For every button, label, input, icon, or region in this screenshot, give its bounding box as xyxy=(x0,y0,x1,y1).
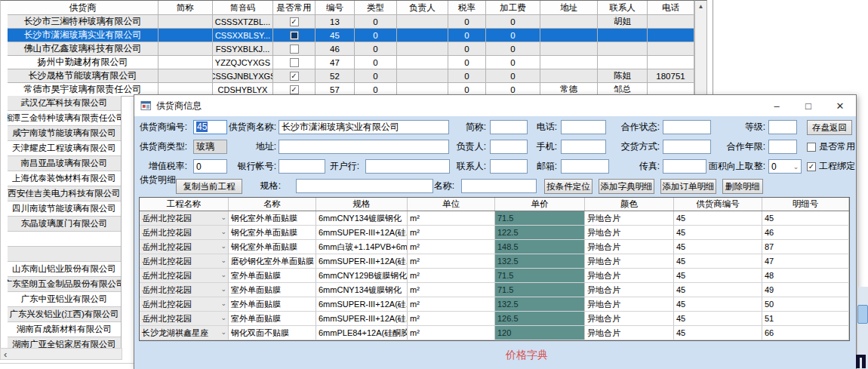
supplier-column-header[interactable]: 供货商 xyxy=(8,1,159,15)
grid-column-header[interactable]: 单位 xyxy=(408,198,495,211)
unit-price-cell[interactable]: 132.5 xyxy=(495,297,585,312)
project-name-combobox[interactable]: 岳州北控花园⌄ xyxy=(140,226,229,240)
supplier-row[interactable]: 长沙市潇湘玻璃实业有限公司CSSXXBLSY...45000 xyxy=(8,29,694,42)
project-name-combobox[interactable]: 岳州北控花园⌄ xyxy=(140,297,229,312)
save-return-button[interactable]: 存盘返回 xyxy=(807,120,852,135)
unit-price-cell[interactable]: 71.5 xyxy=(495,211,585,226)
supplier-list-item[interactable] xyxy=(8,247,121,262)
detail-grid-row[interactable]: 岳州北控花园⌄室外单面贴膜6mmSUPER-III+12A(硅...m²126.… xyxy=(140,312,849,326)
supplier-row[interactable]: 扬州中勤建材有限公司YZZQJCYXGS47000 xyxy=(8,56,694,69)
branch-field[interactable] xyxy=(365,159,450,174)
supplier-list-item[interactable]: 广东兴发铝业(江西)有限公司 xyxy=(8,307,121,322)
locate-by-condition-button[interactable]: 按条件定位 xyxy=(544,179,593,194)
supplier-row[interactable]: 佛山市亿鑫玻璃科技有限公司FSSYXBLKJ...46000 xyxy=(8,42,694,56)
detail-grid-row[interactable]: 长沙龙湖祺鑫星座⌄钢化双面不贴膜6mmPLE84+12A(硅酮胶...m²120… xyxy=(140,326,849,340)
dialog-titlebar[interactable]: 供货商信息 – □ ✕ xyxy=(134,95,856,116)
grid-column-header[interactable]: 规格 xyxy=(316,198,408,211)
supplier-column-header[interactable]: 简音码 xyxy=(213,1,273,15)
unit-price-cell[interactable]: 71.5 xyxy=(495,269,585,283)
supplier-list-item[interactable]: 东晶玻璃厦门有限公司 xyxy=(8,217,121,232)
minimize-icon[interactable]: – xyxy=(761,95,793,116)
project-name-combobox[interactable]: 岳州北控花园⌄ xyxy=(140,312,229,326)
detail-grid-row[interactable]: 岳州北控花园⌄室外单面贴膜6mmSUPER-III+12A(硅...m²132.… xyxy=(140,297,849,312)
delivery-field[interactable] xyxy=(663,140,711,154)
supplier-list-item[interactable]: 四川南玻节能玻璃有限公司 xyxy=(8,201,121,217)
supplier-list-item[interactable]: 广东中亚铝业有限公司 xyxy=(8,292,121,307)
detail-grid-row[interactable]: 岳州北控花园⌄磨砂钢化室外单面贴膜6mmSUPER-III+12A(硅...m²… xyxy=(140,254,849,269)
mobile-field[interactable] xyxy=(561,140,606,154)
supplier-list-item[interactable]: 南昌亚晶玻璃有限公司 xyxy=(8,156,121,171)
project-bind-checkbox[interactable]: ✓ 工程绑定 xyxy=(807,159,855,174)
supplier-list-item[interactable]: 湖南广亚全铝家居有限公司 xyxy=(8,337,121,348)
supplier-column-header[interactable]: 是否常用 xyxy=(273,1,315,15)
contact-field[interactable] xyxy=(490,159,528,174)
short-name-field[interactable] xyxy=(490,120,528,134)
spec-filter-input[interactable] xyxy=(296,179,433,193)
grade-field[interactable] xyxy=(768,120,797,134)
grid-column-header[interactable]: 工程名称 xyxy=(140,198,229,211)
grid-column-header[interactable]: 供货商编号 xyxy=(674,198,762,211)
coop-years-field[interactable] xyxy=(768,140,797,154)
common-flag-cell[interactable] xyxy=(273,29,315,42)
manager-field[interactable] xyxy=(490,140,528,154)
area-round-select[interactable]: 0 ⌄ xyxy=(768,159,802,174)
common-flag-cell[interactable] xyxy=(273,56,315,69)
address-field[interactable] xyxy=(279,140,449,154)
supplier-column-header[interactable]: 负责人 xyxy=(397,1,448,15)
detail-grid-row[interactable]: 岳州北控花园⌄室外单面贴膜6mmCNY134镀膜钢化m²71.5异地合片4549 xyxy=(140,283,849,297)
supplier-list-item[interactable]: 湖南百成新材料有限公司 xyxy=(8,322,121,337)
scroll-up-icon[interactable]: ▲ xyxy=(698,1,704,12)
close-icon[interactable]: ✕ xyxy=(824,95,856,116)
unit-price-cell[interactable]: 126.5 xyxy=(495,312,585,326)
supplier-list-item[interactable] xyxy=(8,232,121,247)
vertical-scrollbar[interactable]: ▲ xyxy=(694,0,707,96)
email-field[interactable] xyxy=(561,159,609,174)
horizontal-scrollbar[interactable]: ‹ xyxy=(0,348,122,360)
detail-grid-row[interactable]: 岳州北控花园⌄室外单面贴膜6mmCNY129B镀膜钢化m²71.5异地合片454… xyxy=(140,269,849,283)
supplier-row[interactable]: 长沙晟格节能玻璃有限公司CSSGJNBLYXGS✓52000陈姐180751 xyxy=(8,69,694,83)
supplier-column-header[interactable]: 简称 xyxy=(159,1,213,15)
project-name-combobox[interactable]: 岳州北控花园⌄ xyxy=(140,240,229,254)
supplier-list-item[interactable]: 广东坚朗五金制品股份有限公司 xyxy=(8,277,121,292)
supplier-column-header[interactable]: 税率 xyxy=(448,1,486,15)
unit-price-cell[interactable]: 122.5 xyxy=(495,226,585,240)
scroll-left-icon[interactable]: ‹ xyxy=(4,349,7,359)
grid-column-header[interactable]: 颜色 xyxy=(585,198,674,211)
name-filter-input[interactable] xyxy=(461,179,537,193)
add-dict-detail-button[interactable]: 添加字典明细 xyxy=(599,179,654,194)
common-flag-cell[interactable] xyxy=(273,42,315,56)
supplier-list-item[interactable]: 山东南山铝业股份有限公司 xyxy=(8,262,121,277)
copy-project-button[interactable]: 复制当前工程 xyxy=(176,179,242,194)
fax-field[interactable] xyxy=(663,159,706,174)
vat-field[interactable] xyxy=(193,159,227,174)
supplier-column-header[interactable]: 联系人 xyxy=(598,1,648,15)
supplier-list-item[interactable]: 西安佳吉美电力科技有限公司 xyxy=(8,186,121,201)
delete-detail-button[interactable]: 删除明细 xyxy=(722,179,763,194)
project-name-combobox[interactable]: 岳州北控花园⌄ xyxy=(140,283,229,297)
unit-price-cell[interactable]: 120 xyxy=(495,326,585,340)
common-flag-cell[interactable]: ✓ xyxy=(273,69,315,83)
supplier-no-field[interactable]: 45 xyxy=(193,120,227,134)
supplier-column-header[interactable]: 类型 xyxy=(355,1,397,15)
detail-grid-row[interactable]: 岳州北控花园⌄钢化室外单面贴膜6mm白玻+1.14PVB+6mm...m²148… xyxy=(140,240,849,254)
project-name-combobox[interactable]: 岳州北控花园⌄ xyxy=(140,254,229,269)
supplier-list-item[interactable]: 咸宁南玻节能玻璃有限公司 xyxy=(8,126,121,141)
project-name-combobox[interactable]: 长沙龙湖祺鑫星座⌄ xyxy=(140,326,229,340)
supplier-column-header[interactable]: 加工费 xyxy=(486,1,540,15)
add-order-detail-button[interactable]: 添加订单明细 xyxy=(660,179,716,194)
supplier-column-header[interactable]: 编号 xyxy=(315,1,355,15)
detail-grid-row[interactable]: 岳州北控花园⌄钢化室外单面贴膜6mmCNY134镀膜钢化m²71.5异地合片45… xyxy=(140,211,849,226)
project-name-combobox[interactable]: 岳州北控花园⌄ xyxy=(140,211,229,226)
phone-field[interactable] xyxy=(561,120,606,134)
grid-column-header[interactable]: 明细号 xyxy=(762,198,849,211)
unit-price-cell[interactable]: 132.5 xyxy=(495,254,585,269)
detail-grid-row[interactable]: 岳州北控花园⌄钢化室外单面贴膜6mmSUPER-III+12A(硅...m²12… xyxy=(140,226,849,240)
common-checkbox[interactable]: 是否常用 xyxy=(807,140,855,154)
supplier-name-field[interactable] xyxy=(279,120,449,134)
project-name-combobox[interactable]: 岳州北控花园⌄ xyxy=(140,269,229,283)
unit-price-cell[interactable]: 148.5 xyxy=(495,240,585,254)
supplier-list-item[interactable]: 天津耀皮工程玻璃有限公司 xyxy=(8,141,121,156)
supplier-list-item[interactable]: 武汉亿军科技有限公司 xyxy=(8,96,121,111)
supplier-column-header[interactable]: 电话 xyxy=(648,1,694,15)
supplier-column-header[interactable]: 地址 xyxy=(540,1,598,15)
